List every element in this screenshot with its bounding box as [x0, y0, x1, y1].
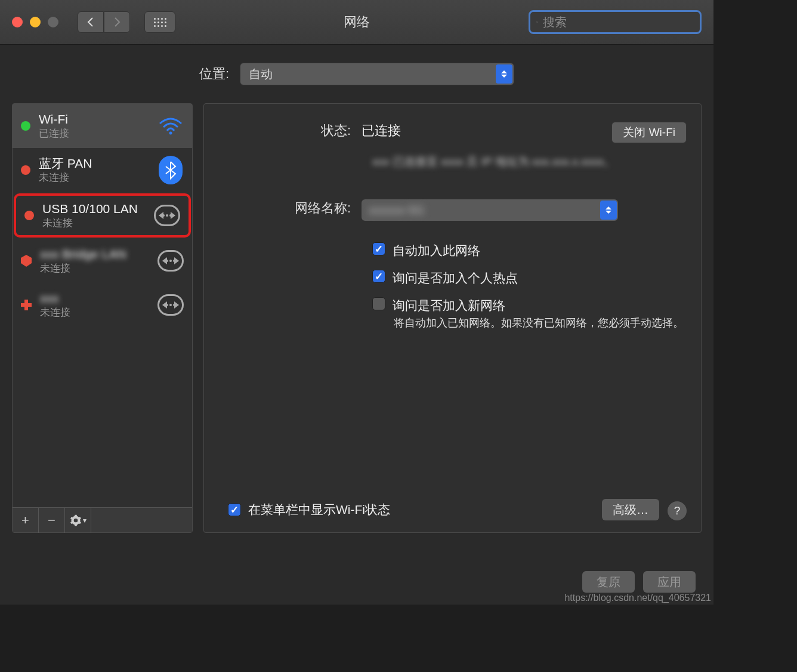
auto-join-checkbox[interactable]	[372, 242, 385, 255]
auto-join-label: 自动加入此网络	[393, 242, 480, 259]
connection-item-wifi[interactable]: Wi-Fi 已连接	[13, 104, 192, 148]
chevron-updown-icon	[600, 201, 617, 220]
connection-item-bridge[interactable]: xxx Bridge LAN 未连接	[13, 239, 192, 283]
connection-item-bluetooth-pan[interactable]: 蓝牙 PAN 未连接	[13, 148, 192, 192]
status-info: xxx 已连接至 xxxx 且 IP 地址为 xxx.xxx.x.xxxx。	[372, 155, 615, 168]
svg-point-2	[169, 132, 172, 135]
connection-status: 未连接	[42, 216, 146, 230]
help-button[interactable]: ?	[668, 501, 687, 520]
close-icon[interactable]	[12, 17, 23, 27]
apply-button[interactable]: 应用	[643, 571, 696, 593]
back-button[interactable]	[78, 11, 104, 33]
ethernet-icon	[157, 250, 184, 272]
wifi-icon	[157, 116, 184, 135]
status-dot-icon	[21, 165, 30, 175]
connection-sidebar: Wi-Fi 已连接 蓝牙 PAN 未连接	[12, 103, 193, 533]
connection-status: 未连接	[40, 261, 149, 275]
add-connection-button[interactable]: +	[13, 508, 39, 533]
status-dot-icon	[24, 211, 34, 220]
bluetooth-icon	[157, 156, 184, 184]
connection-name: Wi-Fi	[39, 112, 149, 127]
remove-connection-button[interactable]: −	[39, 508, 65, 533]
ask-hotspot-label: 询问是否加入个人热点	[393, 270, 518, 286]
titlebar: 网络	[0, 0, 713, 45]
status-dot-icon	[21, 121, 30, 131]
search-icon	[536, 17, 538, 27]
plus-icon	[21, 300, 32, 310]
chevron-updown-icon	[496, 64, 512, 84]
window-controls	[12, 17, 58, 27]
ask-new-network-hint: 将自动加入已知网络。如果没有已知网络，您必须手动选择。	[394, 315, 687, 331]
connection-item-other[interactable]: xxx 未连接	[13, 283, 192, 327]
window-title: 网络	[344, 13, 370, 31]
revert-button[interactable]: 复原	[582, 571, 635, 593]
ethernet-icon	[154, 205, 180, 226]
connection-options-button[interactable]: ▾	[65, 508, 91, 533]
ethernet-icon	[157, 294, 184, 316]
connection-name: xxx	[40, 291, 149, 306]
connection-status: 未连接	[39, 171, 149, 184]
location-label: 位置:	[199, 65, 229, 83]
connection-status: 未连接	[40, 306, 149, 319]
maximize-icon[interactable]	[48, 17, 58, 27]
connection-name: xxx Bridge LAN	[40, 246, 149, 261]
location-value: 自动	[249, 66, 273, 82]
search-field[interactable]	[529, 10, 702, 34]
connection-name: 蓝牙 PAN	[39, 156, 149, 171]
svg-point-0	[536, 21, 537, 23]
ask-new-network-checkbox[interactable]	[372, 297, 385, 310]
svg-line-1	[537, 22, 538, 23]
show-all-button[interactable]	[144, 11, 175, 33]
show-menubar-checkbox[interactable]	[228, 503, 241, 516]
detail-pane: 状态: 已连接 关闭 Wi-Fi xxx 已连接至 xxxx 且 IP 地址为 …	[203, 103, 702, 533]
status-label: 状态:	[218, 122, 362, 143]
turn-off-wifi-button[interactable]: 关闭 Wi-Fi	[611, 122, 687, 143]
minimize-icon[interactable]	[30, 17, 41, 27]
shield-icon	[21, 255, 32, 267]
network-name-select[interactable]: xxxxxx-5G	[362, 199, 618, 221]
network-name-label: 网络名称:	[218, 199, 362, 221]
ask-new-network-label: 询问是否加入新网络	[393, 297, 505, 314]
forward-button[interactable]	[104, 11, 130, 33]
network-name-value: xxxxxx-5G	[369, 204, 424, 217]
connection-name: USB 10/100 LAN	[42, 201, 146, 216]
search-input[interactable]	[543, 16, 694, 29]
show-menubar-label: 在菜单栏中显示Wi-Fi状态	[248, 501, 390, 518]
location-select[interactable]: 自动	[240, 63, 514, 85]
watermark: https://blog.csdn.net/qq_40657321	[564, 593, 711, 603]
advanced-button[interactable]: 高级…	[602, 499, 659, 520]
connection-status: 已连接	[39, 127, 149, 140]
gear-icon	[70, 514, 82, 526]
ask-hotspot-checkbox[interactable]	[372, 270, 385, 283]
connection-item-usb-lan[interactable]: USB 10/100 LAN 未连接	[14, 193, 191, 238]
status-value: 已连接	[362, 123, 401, 138]
grid-icon	[154, 18, 166, 27]
